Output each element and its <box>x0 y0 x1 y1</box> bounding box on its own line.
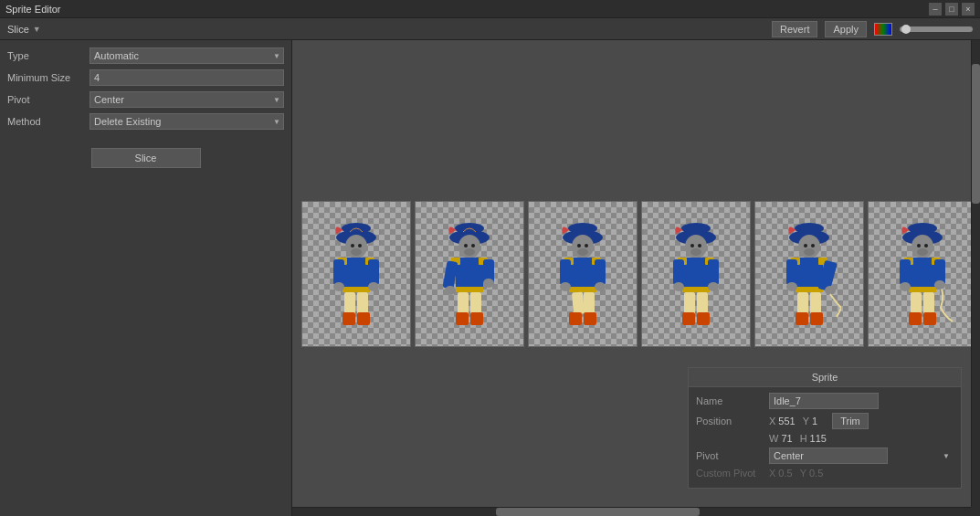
method-select-wrapper[interactable]: Delete Existing Smart Keep ▼ <box>90 113 284 130</box>
left-panel: Type Automatic Grid By Cell Size Grid By… <box>0 40 292 516</box>
method-select[interactable]: Delete Existing Smart Keep <box>90 113 284 130</box>
sprite-pos-x-val: 551 <box>778 416 795 426</box>
svg-point-101 <box>917 248 928 256</box>
sprite-frame-2[interactable] <box>528 201 638 347</box>
minsize-label: Minimum Size <box>7 72 90 83</box>
sprite-name-input[interactable] <box>769 393 879 409</box>
maximize-button[interactable]: □ <box>945 3 958 16</box>
minsize-row: Minimum Size <box>7 69 284 86</box>
pivot-select[interactable]: Center Top Left Top Top Right Left Right… <box>90 91 284 108</box>
svg-point-59 <box>681 223 711 234</box>
svg-point-81 <box>811 244 815 247</box>
sprite-info-panel: Sprite Name Position X 551 Y <box>688 367 962 489</box>
type-select[interactable]: Automatic Grid By Cell Size Grid By Cell… <box>90 47 284 64</box>
sprite-dim-h: H 115 <box>800 433 827 444</box>
svg-point-24 <box>471 244 475 247</box>
sprite-pivot-row: Pivot Center Top Left Custom ▼ <box>696 448 954 464</box>
minimize-button[interactable]: – <box>929 3 942 16</box>
svg-point-32 <box>445 286 456 295</box>
svg-point-99 <box>917 244 921 247</box>
sprite-cpivot-y: Y 0.5 <box>800 468 824 479</box>
svg-point-108 <box>900 282 911 291</box>
svg-rect-68 <box>673 259 684 285</box>
close-button[interactable]: × <box>962 3 975 16</box>
sprite-custom-pivot-row: Custom Pivot X 0.5 Y 0.5 <box>696 468 954 479</box>
svg-point-5 <box>358 244 362 247</box>
zoom-slider[interactable] <box>900 26 973 32</box>
svg-rect-17 <box>342 312 355 325</box>
main-area: Type Automatic Grid By Cell Size Grid By… <box>0 40 980 516</box>
horizontal-scrollbar-thumb[interactable] <box>496 508 700 516</box>
svg-rect-12 <box>368 259 379 285</box>
sprite-name-label: Name <box>696 395 769 406</box>
title-bar-controls[interactable]: – □ × <box>929 3 975 16</box>
svg-point-43 <box>585 244 588 247</box>
sprite-pivot-select-wrapper[interactable]: Center Top Left Custom ▼ <box>769 448 954 464</box>
svg-point-6 <box>351 248 362 256</box>
svg-point-109 <box>934 280 945 290</box>
svg-point-62 <box>698 244 701 247</box>
svg-rect-94 <box>810 312 823 325</box>
apply-button[interactable]: Apply <box>825 21 867 37</box>
sprite-dim-w: W 71 <box>769 433 793 444</box>
method-row: Method Delete Existing Smart Keep ▼ <box>7 113 284 130</box>
svg-rect-11 <box>333 259 344 285</box>
sprite-character-5 <box>869 202 971 346</box>
svg-rect-113 <box>923 312 936 325</box>
svg-point-25 <box>464 248 475 256</box>
svg-point-90 <box>825 286 836 295</box>
svg-point-97 <box>908 223 937 234</box>
sprite-frame-4[interactable] <box>754 201 864 347</box>
toolbar-left: Slice ▼ <box>7 24 41 35</box>
slice-arrow-icon: ▼ <box>33 25 41 34</box>
sprite-info-header: Sprite <box>689 368 961 387</box>
sprite-pivot-arrow-icon: ▼ <box>943 452 950 460</box>
type-row: Type Automatic Grid By Cell Size Grid By… <box>7 47 284 64</box>
title-bar-left: Sprite Editor <box>5 4 61 15</box>
svg-rect-53 <box>572 292 585 315</box>
zoom-slider-thumb <box>901 25 911 34</box>
svg-point-80 <box>804 244 807 247</box>
svg-point-51 <box>560 282 571 291</box>
svg-rect-56 <box>584 312 596 325</box>
svg-rect-18 <box>357 312 370 325</box>
svg-rect-36 <box>456 312 469 325</box>
sprite-info-body: Name Position X 551 Y 1 Trim <box>689 387 961 488</box>
sprite-dim-w-val: 71 <box>781 433 792 444</box>
sprite-custom-pivot-values: X 0.5 Y 0.5 <box>769 468 823 479</box>
svg-rect-29 <box>456 287 483 292</box>
pivot-row: Pivot Center Top Left Top Top Right Left… <box>7 91 284 108</box>
sprite-frame-3[interactable] <box>641 201 751 347</box>
sprite-pos-y-val: 1 <box>812 416 817 426</box>
sprite-frame-1[interactable] <box>415 201 524 347</box>
sprite-name-row: Name <box>696 393 954 409</box>
svg-rect-55 <box>569 312 582 325</box>
revert-button[interactable]: Revert <box>772 21 817 37</box>
color-swatch[interactable] <box>874 23 892 36</box>
svg-rect-49 <box>560 259 571 285</box>
svg-rect-74 <box>682 312 695 325</box>
svg-rect-87 <box>786 259 797 285</box>
type-select-wrapper[interactable]: Automatic Grid By Cell Size Grid By Cell… <box>90 47 284 64</box>
sprite-pos-x: X 551 <box>769 416 796 426</box>
vertical-scrollbar[interactable] <box>971 40 980 507</box>
sprite-frame-5[interactable] <box>868 201 971 347</box>
svg-rect-30 <box>442 260 458 290</box>
sprite-pivot-select[interactable]: Center Top Left Custom <box>769 448 888 464</box>
horizontal-scrollbar[interactable] <box>292 507 971 516</box>
sprite-character-3 <box>642 202 750 346</box>
svg-rect-69 <box>708 259 719 285</box>
pivot-select-wrapper[interactable]: Center Top Left Top Top Right Left Right… <box>90 91 284 108</box>
slice-button[interactable]: Slice <box>91 148 201 168</box>
trim-button[interactable]: Trim <box>832 413 869 429</box>
svg-point-42 <box>577 244 581 247</box>
svg-point-89 <box>786 282 797 291</box>
svg-rect-93 <box>796 312 808 325</box>
minsize-input[interactable] <box>90 69 284 86</box>
type-label: Type <box>7 50 90 61</box>
sprite-frame-0[interactable] <box>301 201 411 347</box>
sprite-character-2 <box>529 202 637 346</box>
svg-rect-75 <box>697 312 710 325</box>
sprite-dim-h-val: 115 <box>810 433 827 444</box>
vertical-scrollbar-thumb[interactable] <box>972 64 980 204</box>
